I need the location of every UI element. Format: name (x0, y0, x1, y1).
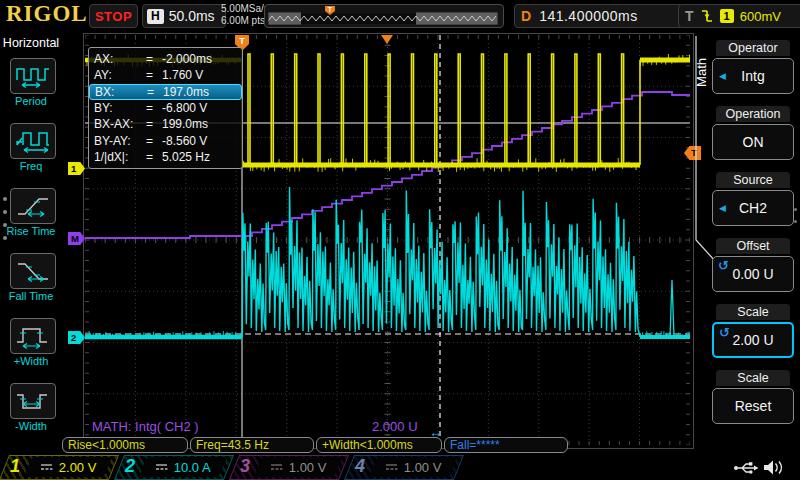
math-menu: Math Operator ◀ Intg Operation ON Source… (692, 30, 800, 455)
left-arrow-icon: ◀ (719, 203, 726, 213)
measurement-fall[interactable]: Fall=***** (444, 437, 568, 453)
cursor-row-bx[interactable]: BX:=197.0ms (89, 84, 242, 100)
trigger-flag-label: T (239, 36, 245, 46)
scale-reset-button[interactable]: Reset (712, 388, 794, 424)
dc-coupling-icon (155, 463, 168, 471)
delay-center-marker (381, 35, 393, 44)
channel-status-bar: 1 2.00 V 2 10.0 A 3 1.00 V (0, 455, 800, 480)
channel3-status[interactable]: 3 1.00 V (234, 455, 344, 480)
trigger-level-value: 600mV (740, 9, 781, 24)
operator-button[interactable]: ◀ Intg (712, 58, 794, 94)
measure-item-freq[interactable] (10, 123, 56, 159)
horizontal-label: H (147, 9, 164, 24)
source-button[interactable]: ◀ CH2 (712, 190, 794, 226)
dc-coupling-icon (270, 463, 283, 471)
measure-sidebar: Horizontal Period Freq Rise Time Fall Ti… (0, 30, 62, 455)
trigger-source-badge: 1 (720, 9, 734, 23)
operation-button[interactable]: ON (712, 124, 794, 160)
measure-item-pwidth-label: +Width (0, 355, 62, 367)
channel3-scale-box: 1.00 V (254, 457, 342, 477)
run-state-badge[interactable]: STOP (89, 4, 138, 28)
falling-edge-icon (700, 8, 714, 24)
channel2-status[interactable]: 2 10.0 A (119, 455, 229, 480)
delay-indicator[interactable]: D 141.400000ms (514, 4, 684, 28)
cursor-row-byay: BY-AY:=-8.560 V (89, 132, 242, 148)
menu-page-dot (3, 236, 7, 240)
measure-category-title: Horizontal (0, 36, 62, 50)
scale-reset-label: Scale (716, 370, 790, 386)
cursor-row-bxax: BX-AX:=199.0ms (89, 116, 242, 132)
freq-icon (14, 128, 52, 154)
top-status-bar: RIGOL STOP H 50.0ms 5.00MSa/s 6.00M pts … (0, 0, 800, 30)
sample-rate: 5.00MSa/s (221, 3, 269, 15)
measure-item-fall-time[interactable] (10, 253, 56, 289)
cursor-row-by: BY:=-6.800 V (89, 100, 242, 116)
operator-label: Operator (716, 40, 790, 56)
delay-label: D (521, 8, 531, 24)
measure-item-rise-time[interactable] (10, 188, 56, 224)
channel2-scale-box: 10.0 A (139, 457, 227, 477)
channel4-scale-box: 1.00 V (369, 457, 457, 477)
scale-label: Scale (716, 304, 790, 320)
trigger-indicator[interactable]: T 1 600mV (678, 4, 800, 28)
dc-coupling-icon (40, 463, 53, 471)
menu-page-dot (3, 197, 7, 201)
measure-item-period[interactable] (10, 58, 56, 94)
memory-position-strip[interactable]: T (264, 4, 504, 28)
dc-coupling-icon (385, 463, 398, 471)
preview-wave-svg (268, 12, 498, 25)
cursor-measurement-panel: AX:=-2.000ms AY:=1.760 V BX:=197.0ms BY:… (88, 47, 243, 169)
menu-page-dot (3, 210, 7, 214)
trigger-label: T (685, 8, 694, 24)
fall-time-icon (14, 258, 52, 284)
menu-page-dot (794, 220, 797, 223)
menu-page-dot (794, 208, 797, 211)
math-operation-label: MATH: Intg( CH2 ) (92, 419, 199, 434)
cursor-row-ax: AX:=-2.000ms (89, 51, 242, 67)
rise-time-icon (14, 193, 52, 219)
cursor-row-ay: AY:=1.760 V (89, 67, 242, 83)
delay-value: 141.400000ms (539, 8, 638, 24)
plus-width-icon (14, 323, 52, 349)
timebase-indicator[interactable]: H 50.0ms (142, 4, 226, 28)
knob-icon: ↺ (719, 325, 730, 340)
measure-item-nwidth[interactable] (10, 383, 56, 419)
sound-icon (762, 458, 786, 477)
rigol-logo: RIGOL (6, 1, 88, 27)
measure-item-pwidth[interactable] (10, 318, 56, 354)
channel1-scale-box: 2.00 V (24, 457, 112, 477)
left-arrow-icon: ◀ (719, 71, 726, 81)
measure-item-period-label: Period (0, 95, 62, 107)
measure-item-nwidth-label: -Width (0, 420, 62, 432)
cursor-row-freq: 1/|dX|:=5.025 Hz (89, 149, 242, 165)
measurement-rise[interactable]: Rise<1.000ms (62, 437, 188, 453)
timebase-value: 50.0ms (169, 8, 215, 24)
channel4-status[interactable]: 4 1.00 V (349, 455, 459, 480)
menu-page-dot (3, 223, 7, 227)
channel1-status[interactable]: 1 2.00 V (4, 455, 114, 480)
offset-label: Offset (716, 238, 790, 254)
usb-icon (733, 458, 759, 477)
measure-item-fall-time-label: Fall Time (0, 290, 62, 302)
measure-item-freq-label: Freq (0, 160, 62, 172)
source-label: Source (716, 172, 790, 188)
measurement-pwidth[interactable]: +Width<1.000ms (316, 437, 442, 453)
operation-label: Operation (716, 106, 790, 122)
acquisition-info: 5.00MSa/s 6.00M pts (221, 3, 269, 27)
memory-depth: 6.00M pts (221, 15, 269, 27)
menu-tab-label: Math (694, 58, 709, 87)
scale-button[interactable]: ↺ 2.00 U (712, 322, 794, 358)
marker-layer: T (235, 35, 393, 51)
measure-item-rise-time-label: Rise Time (0, 225, 62, 237)
measurement-freq[interactable]: Freq=43.5 Hz (190, 437, 314, 453)
period-icon (14, 63, 52, 89)
offset-button[interactable]: ↺ 0.00 U (712, 256, 794, 292)
knob-icon: ↺ (718, 258, 729, 273)
minus-width-icon (14, 388, 52, 414)
math-scale-label: 2.000 U (372, 419, 418, 434)
